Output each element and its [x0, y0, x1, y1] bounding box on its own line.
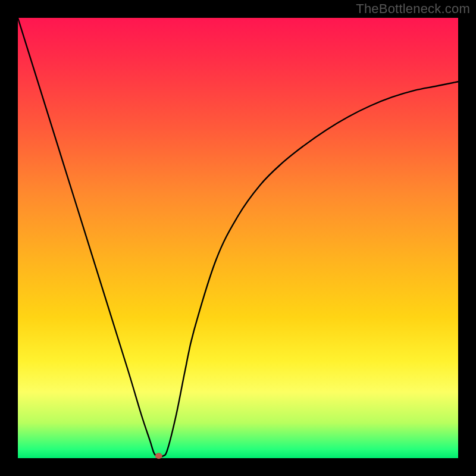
watermark-text: TheBottleneck.com [356, 1, 470, 17]
optimal-point-marker [155, 453, 162, 459]
chart-frame: TheBottleneck.com [0, 0, 476, 476]
bottleneck-curve [18, 18, 458, 456]
curve-svg [18, 18, 458, 458]
plot-area [18, 18, 458, 458]
